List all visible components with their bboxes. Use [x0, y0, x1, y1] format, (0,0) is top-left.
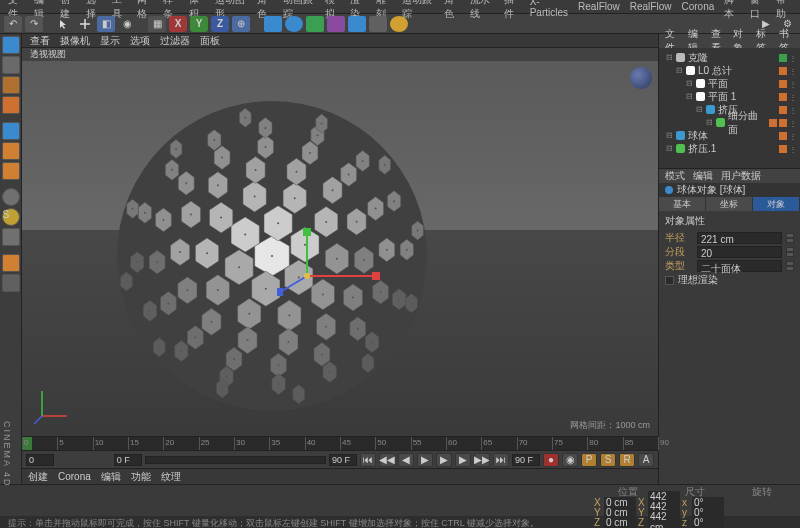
obj-tab-坐标[interactable]: 坐标 — [706, 197, 753, 211]
menu-流水线[interactable]: 流水线 — [470, 0, 494, 21]
redo-button[interactable]: ↷ — [25, 16, 43, 32]
move-gizmo[interactable] — [277, 226, 397, 306]
snap-mode[interactable]: S — [2, 208, 20, 226]
scale-tool[interactable]: ◧ — [97, 16, 115, 32]
attr-tab[interactable]: 用户数据 — [721, 169, 761, 183]
svg-point-94 — [233, 358, 235, 360]
menu-RealFlow[interactable]: RealFlow — [578, 1, 620, 12]
key-pos[interactable]: P — [581, 453, 597, 467]
tree-row[interactable]: ⊟平面⋮⋮ — [662, 77, 797, 90]
workplane-mode[interactable] — [2, 96, 20, 114]
key-rot[interactable]: R — [619, 453, 635, 467]
mat-tab[interactable]: 编辑 — [101, 470, 121, 484]
goto-start[interactable]: ⏮ — [360, 453, 376, 467]
viewport-solo[interactable] — [2, 254, 20, 272]
rotate-tool[interactable]: ◉ — [118, 16, 136, 32]
environment[interactable] — [348, 16, 366, 32]
mat-tab[interactable]: 纹理 — [161, 470, 181, 484]
viewmenu-显示[interactable]: 显示 — [100, 34, 120, 48]
tree-row[interactable]: ⊟L0 总计⋮⋮ — [662, 64, 797, 77]
range-slider[interactable] — [145, 456, 326, 464]
move-tool[interactable] — [76, 16, 94, 32]
cube-primitive[interactable] — [264, 16, 282, 32]
next-frame[interactable]: ▶ — [455, 453, 471, 467]
attr-value[interactable]: 221 cm — [697, 232, 782, 244]
viewmenu-面板[interactable]: 面板 — [200, 34, 220, 48]
spinner[interactable] — [786, 233, 794, 243]
menu-脚本[interactable]: 脚本 — [724, 0, 740, 21]
camera[interactable] — [369, 16, 387, 32]
menu-插件[interactable]: 插件 — [504, 0, 520, 21]
menu-运动跟踪[interactable]: 运动跟踪 — [402, 0, 434, 21]
prev-key[interactable]: ◀◀ — [379, 453, 395, 467]
main-menu-bar: 文件编辑创建选择工具网格样条体积运动图形角色动画跟踪模拟渲染雕刻运动跟踪角色流水… — [0, 0, 800, 14]
workplane[interactable] — [2, 228, 20, 246]
xray-mode[interactable] — [2, 274, 20, 292]
mat-tab[interactable]: 功能 — [131, 470, 151, 484]
generator[interactable] — [306, 16, 324, 32]
make-editable[interactable] — [2, 36, 20, 54]
mat-tab[interactable]: 创建 — [28, 470, 48, 484]
viewmenu-摄像机[interactable]: 摄像机 — [60, 34, 90, 48]
range-start[interactable]: 0 — [26, 454, 54, 466]
recent-tool[interactable]: ▦ — [148, 16, 166, 32]
current-frame[interactable]: 0 F — [114, 454, 142, 466]
obj-tab-基本[interactable]: 基本 — [659, 197, 706, 211]
tree-row[interactable]: ⊟细分曲面⋮⋮ — [662, 116, 797, 129]
spline-primitive[interactable] — [285, 16, 303, 32]
select-tool[interactable] — [55, 16, 73, 32]
tree-row[interactable]: ⊟克隆⋮⋮ — [662, 51, 797, 64]
menu-Corona[interactable]: Corona — [681, 1, 714, 12]
play-back[interactable]: ▶ — [417, 453, 433, 467]
tree-row[interactable]: ⊟挤压.1⋮⋮ — [662, 142, 797, 155]
attr-value[interactable]: 20 — [697, 246, 782, 258]
prev-frame[interactable]: ◀ — [398, 453, 414, 467]
viewport[interactable]: 网格间距：1000 cm — [22, 61, 658, 436]
axis-z-toggle[interactable]: Z — [211, 16, 229, 32]
menu-X-Particles[interactable]: X-Particles — [530, 0, 568, 18]
tree-row[interactable]: ⊟平面 1⋮⋮ — [662, 90, 797, 103]
mat-tab[interactable]: Corona — [58, 471, 91, 482]
rot-Z[interactable]: 0° — [692, 517, 724, 528]
coord-system[interactable]: ⊕ — [232, 16, 250, 32]
attr-tab[interactable]: 编辑 — [693, 169, 713, 183]
svg-point-38 — [210, 321, 212, 323]
menu-RealFlow[interactable]: RealFlow — [630, 1, 672, 12]
axis-mode[interactable] — [2, 188, 20, 206]
deformer[interactable] — [327, 16, 345, 32]
key-param[interactable]: A — [638, 453, 654, 467]
spinner[interactable] — [786, 261, 794, 271]
key-scale[interactable]: S — [600, 453, 616, 467]
size-Z[interactable]: 442 cm — [648, 511, 680, 528]
point-mode[interactable] — [2, 122, 20, 140]
undo-button[interactable]: ↶ — [4, 16, 22, 32]
viewmenu-查看[interactable]: 查看 — [30, 34, 50, 48]
play-forward[interactable]: ▶ — [436, 453, 452, 467]
goto-end[interactable]: ⏭ — [493, 453, 509, 467]
timeline[interactable]: 051015202530354045505560657075808590 — [22, 436, 658, 450]
spinner[interactable] — [786, 247, 794, 257]
model-mode[interactable] — [2, 56, 20, 74]
range-end[interactable]: 90 F — [329, 454, 357, 466]
viewmenu-选项[interactable]: 选项 — [130, 34, 150, 48]
obj-tab-对象[interactable]: 对象 — [753, 197, 800, 211]
texture-mode[interactable] — [2, 76, 20, 94]
record-key[interactable]: ● — [543, 453, 559, 467]
ideal-render-checkbox[interactable] — [665, 276, 674, 285]
menu-角色[interactable]: 角色 — [444, 0, 460, 21]
range-end2[interactable]: 90 F — [512, 454, 540, 466]
light[interactable] — [390, 16, 408, 32]
svg-point-104 — [213, 139, 215, 141]
axis-x-toggle[interactable]: X — [169, 16, 187, 32]
autokey[interactable]: ◉ — [562, 453, 578, 467]
polygon-mode[interactable] — [2, 162, 20, 180]
axis-y-toggle[interactable]: Y — [190, 16, 208, 32]
attr-value[interactable]: 二十面体 — [697, 260, 782, 272]
viewmenu-过滤器[interactable]: 过滤器 — [160, 34, 190, 48]
attr-tab[interactable]: 模式 — [665, 169, 685, 183]
edge-mode[interactable] — [2, 142, 20, 160]
object-tree[interactable]: ⊟克隆⋮⋮⊟L0 总计⋮⋮⊟平面⋮⋮⊟平面 1⋮⋮⊟挤压⋮⋮⊟细分曲面⋮⋮⊟球体… — [659, 48, 800, 168]
next-key[interactable]: ▶▶ — [474, 453, 490, 467]
navigation-gizmo[interactable] — [630, 67, 652, 89]
pos-Z[interactable]: 0 cm — [604, 517, 636, 528]
